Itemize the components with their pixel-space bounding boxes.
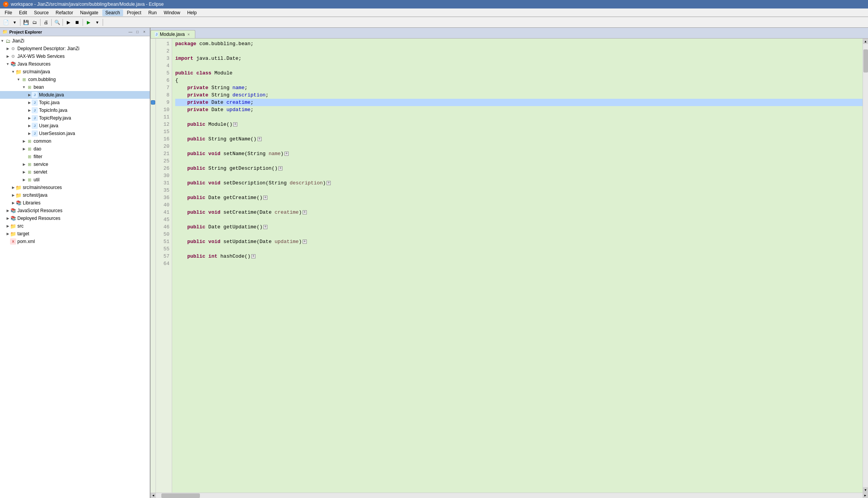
tree-item-common[interactable]: ▶⊞common [0, 137, 150, 145]
tree-item-java-resources[interactable]: ▼📚Java Resources [0, 60, 150, 68]
tree-arrow-libraries[interactable]: ▶ [11, 201, 15, 205]
tree-item-src-test-java[interactable]: ▶📁src/test/java [0, 191, 150, 199]
tree-item-pom-xml[interactable]: Xpom.xml [0, 238, 150, 245]
tree-arrow-com-bubbling[interactable]: ▼ [16, 77, 21, 82]
tree-arrow-dao[interactable]: ▶ [22, 147, 26, 151]
tree-item-libraries[interactable]: ▶📚Libraries [0, 199, 150, 207]
tree-arrow-topic-java[interactable]: ▶ [27, 100, 32, 105]
tree-arrow-jaxws[interactable]: ▶ [5, 54, 10, 59]
collapse-box-12[interactable]: + [233, 122, 237, 127]
tree-item-com-bubbling[interactable]: ▼⊞com.bubbling [0, 76, 150, 83]
toolbar-save-all[interactable]: 🗂 [30, 18, 39, 27]
toolbar-search[interactable]: 🔍 [53, 18, 61, 27]
tree-arrow-topicreply-java[interactable]: ▶ [27, 116, 32, 120]
menu-item-search[interactable]: Search [102, 9, 123, 16]
tree-arrow-deployed-resources[interactable]: ▶ [5, 216, 10, 221]
menu-item-help[interactable]: Help [184, 9, 200, 16]
tree-item-jaxws[interactable]: ▶⚙JAX-WS Web Services [0, 52, 150, 60]
tree-arrow-src[interactable]: ▶ [5, 224, 10, 228]
panel-maximize-btn[interactable]: □ [134, 29, 140, 35]
tree-arrow-util[interactable]: ▶ [22, 177, 26, 182]
collapse-box-16[interactable]: + [257, 137, 262, 141]
tree-arrow-servlet[interactable]: ▶ [22, 170, 26, 174]
tree-item-src[interactable]: ▶📁src [0, 222, 150, 230]
tree-item-topicinfo-java[interactable]: ▶JTopicInfo.java [0, 106, 150, 114]
toolbar-debug[interactable]: ▶ [64, 18, 73, 27]
collapse-box-26[interactable]: + [278, 166, 283, 171]
tree-item-bean[interactable]: ▼⊞bean [0, 83, 150, 91]
tree-item-jianzi[interactable]: ▼🗂JianZi [0, 37, 150, 45]
tree-item-user-java[interactable]: ▶JUser.java [0, 122, 150, 130]
tree-item-servlet[interactable]: ▶⊞servlet [0, 168, 150, 176]
collapse-box-31[interactable]: + [327, 181, 331, 185]
tree-arrow-service[interactable]: ▶ [22, 162, 26, 167]
tree-arrow-module-java[interactable]: ▶ [27, 93, 32, 97]
menu-item-refactor[interactable]: Refactor [52, 9, 76, 16]
toolbar-print[interactable]: 🖨 [42, 18, 50, 27]
tree-arrow-usersession-java[interactable]: ▶ [27, 131, 32, 136]
collapse-box-36[interactable]: + [263, 196, 267, 200]
scroll-down[interactable]: ▼ [863, 487, 868, 493]
menu-item-file[interactable]: File [2, 9, 15, 16]
tree-arrow-deployment[interactable]: ▶ [5, 46, 10, 51]
panel-header-right[interactable]: — □ × [127, 29, 147, 35]
code-content[interactable]: package com.bubbling.bean; import java.u… [172, 39, 863, 493]
horizontal-scrollbar[interactable]: ◄ ► [151, 493, 868, 498]
tree-item-topic-java[interactable]: ▶JTopic.java [0, 99, 150, 106]
scroll-right[interactable]: ► [863, 493, 868, 498]
scroll-up[interactable]: ▲ [863, 39, 868, 44]
menu-item-source[interactable]: Source [31, 9, 52, 16]
tree-item-target[interactable]: ▶📁target [0, 230, 150, 238]
toolbar-dropdown[interactable]: ▾ [10, 18, 19, 27]
toolbar-run[interactable]: ▶ [84, 18, 93, 27]
menu-item-run[interactable]: Run [145, 9, 160, 16]
collapse-box-46[interactable]: + [263, 225, 267, 229]
tree-item-filter[interactable]: ⊞filter [0, 153, 150, 160]
token-normal: String [208, 84, 232, 91]
toolbar-run-dropdown[interactable]: ▾ [93, 18, 102, 27]
panel-close-btn[interactable]: × [141, 29, 147, 35]
tree-item-topicreply-java[interactable]: ▶JTopicReply.java [0, 114, 150, 122]
menu-item-project[interactable]: Project [124, 9, 144, 16]
toolbar-new[interactable]: 📄 [2, 18, 10, 27]
collapse-box-57[interactable]: + [251, 254, 255, 258]
tree-arrow-java-resources[interactable]: ▼ [5, 62, 10, 66]
tree-arrow-target[interactable]: ▶ [5, 231, 10, 236]
tree-item-src-main-resources[interactable]: ▶📁src/main/resources [0, 184, 150, 191]
toolbar-stop[interactable]: ⏹ [73, 18, 81, 27]
editor-tab-module-tab[interactable]: JModule.java× [151, 30, 195, 38]
tree-arrow-bean[interactable]: ▼ [22, 85, 26, 89]
tree-arrow-javascript-resources[interactable]: ▶ [5, 208, 10, 213]
token-normal: getName() [229, 135, 256, 143]
tree-item-module-java[interactable]: ▶JModule.java [0, 91, 150, 99]
menu-item-window[interactable]: Window [161, 9, 183, 16]
tree-item-service[interactable]: ▶⊞service [0, 160, 150, 168]
tree-arrow-src-main-java[interactable]: ▼ [11, 69, 15, 74]
collapse-box-41[interactable]: + [303, 210, 307, 214]
tree-arrow-src-main-resources[interactable]: ▶ [11, 185, 15, 190]
tree-item-dao[interactable]: ▶⊞dao [0, 145, 150, 153]
tree-view[interactable]: ▼🗂JianZi▶⚙Deployment Descriptor: JianZi▶… [0, 36, 150, 498]
tree-item-javascript-resources[interactable]: ▶📚JavaScript Resources [0, 207, 150, 214]
horiz-scroll-thumb[interactable] [161, 493, 200, 498]
toolbar-save[interactable]: 💾 [22, 18, 30, 27]
tree-item-src-main-java[interactable]: ▼📁src/main/java [0, 68, 150, 76]
tree-item-util[interactable]: ▶⊞util [0, 176, 150, 184]
tab-close-module-tab[interactable]: × [186, 32, 191, 37]
tree-item-deployment[interactable]: ▶⚙Deployment Descriptor: JianZi [0, 45, 150, 52]
tree-arrow-src-test-java[interactable]: ▶ [11, 193, 15, 198]
collapse-box-21[interactable]: + [284, 152, 289, 156]
vertical-scrollbar[interactable]: ▲ ▼ [863, 39, 868, 493]
collapse-box-51[interactable]: + [303, 240, 307, 244]
tree-arrow-common[interactable]: ▶ [22, 139, 26, 143]
tree-arrow-topicinfo-java[interactable]: ▶ [27, 108, 32, 113]
tree-arrow-jianzi[interactable]: ▼ [0, 39, 5, 43]
panel-minimize-btn[interactable]: — [127, 29, 134, 35]
scroll-thumb[interactable] [863, 49, 868, 73]
tree-item-deployed-resources[interactable]: ▶📚Deployed Resources [0, 214, 150, 222]
menu-item-edit[interactable]: Edit [16, 9, 30, 16]
scroll-left[interactable]: ◄ [151, 493, 156, 498]
tree-item-usersession-java[interactable]: ▶JUserSession.java [0, 130, 150, 137]
tree-arrow-user-java[interactable]: ▶ [27, 123, 32, 128]
menu-item-navigate[interactable]: Navigate [77, 9, 101, 16]
